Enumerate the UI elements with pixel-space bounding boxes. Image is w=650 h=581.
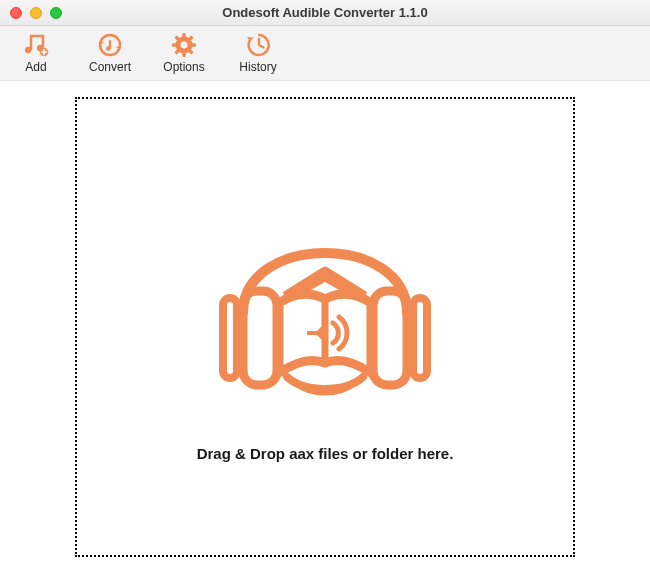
svg-point-4 [106,46,111,51]
svg-rect-9 [191,43,196,46]
main-area: Drag & Drop aax files or folder here. [0,81,650,581]
add-music-icon [23,32,49,58]
add-button[interactable]: Add [14,32,58,74]
audiobook-headphones-icon [205,193,445,413]
svg-point-0 [25,47,32,54]
options-button[interactable]: Options [162,32,206,74]
dropzone-instruction: Drag & Drop aax files or folder here. [197,445,454,462]
toolbar-label: History [239,60,276,74]
window-title: Ondesoft Audible Converter 1.1.0 [0,5,650,20]
toolbar-label: Add [25,60,46,74]
convert-button[interactable]: Convert [88,32,132,74]
svg-point-14 [181,42,188,49]
close-icon[interactable] [10,7,22,19]
toolbar-label: Options [163,60,204,74]
toolbar: Add Convert [0,26,650,81]
history-button[interactable]: History [236,32,280,74]
svg-rect-15 [223,298,237,378]
drop-zone[interactable]: Drag & Drop aax files or folder here. [75,97,575,557]
minimize-icon[interactable] [30,7,42,19]
history-icon [245,32,271,58]
toolbar-label: Convert [89,60,131,74]
window-titlebar: Ondesoft Audible Converter 1.1.0 [0,0,650,26]
window-controls [0,7,62,19]
gear-icon [171,32,197,58]
svg-rect-8 [172,43,177,46]
svg-rect-17 [413,298,427,378]
convert-icon [97,32,123,58]
svg-rect-7 [182,52,185,57]
svg-rect-6 [182,33,185,38]
maximize-icon[interactable] [50,7,62,19]
